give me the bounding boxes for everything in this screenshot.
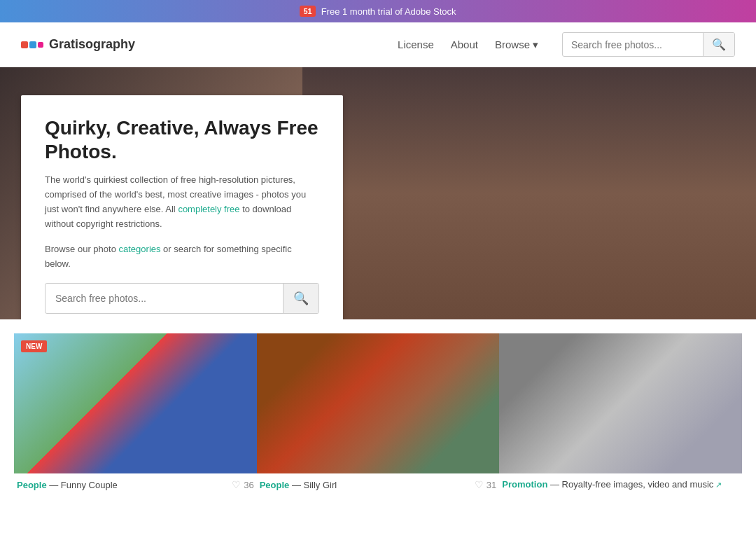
hero-search-button[interactable]: 🔍 [283, 284, 318, 313]
photo-caption-1: People — Funny Couple ♡ 36 [14, 473, 257, 493]
photo-category-1[interactable]: People [17, 480, 47, 490]
nav-about[interactable]: About [451, 39, 478, 50]
logo-square-pink [38, 42, 43, 48]
header-search-button[interactable]: 🔍 [703, 33, 734, 56]
nav-browse[interactable]: Browse ▾ [495, 39, 538, 51]
header: Gratisography License About Browse ▾ 🔍 [0, 22, 756, 67]
heart-icon-1: ♡ [232, 479, 241, 490]
logo[interactable]: Gratisography [21, 37, 135, 53]
photo-caption-3: Promotion — Royalty-free images, video a… [499, 473, 742, 492]
hero-search-input[interactable] [46, 286, 283, 311]
header-search-box: 🔍 [562, 32, 735, 57]
photo-thumb-3 [499, 333, 742, 473]
hero-search-box: 🔍 [45, 283, 319, 314]
photo-thumb-2 [257, 333, 500, 473]
photo-likes-1: ♡ 36 [232, 479, 253, 490]
hero-section: Quirky, Creative, Always Free Photos. Th… [0, 67, 756, 319]
photo-caption-text-3: Promotion — Royalty-free images, video a… [502, 479, 722, 490]
banner-badge: 51 [300, 6, 315, 17]
completely-free-link[interactable]: completely free [178, 204, 239, 214]
hero-description-1: The world's quirkiest collection of free… [45, 173, 319, 231]
photo-item-1[interactable]: NEW People — Funny Couple ♡ 36 [14, 333, 257, 493]
photo-item-3[interactable]: Promotion — Royalty-free images, video a… [499, 333, 742, 493]
external-icon: ↗ [715, 480, 722, 489]
photo-thumb-1 [14, 333, 257, 473]
chevron-down-icon: ▾ [533, 39, 538, 51]
categories-link[interactable]: categories [119, 244, 161, 254]
logo-text: Gratisography [49, 37, 135, 52]
search-icon: 🔍 [712, 39, 726, 50]
header-search-input[interactable] [563, 34, 703, 55]
main-nav: License About Browse ▾ 🔍 [398, 32, 735, 57]
photo-caption-2: People — Silly Girl ♡ 31 [257, 473, 500, 493]
logo-square-blue [29, 41, 36, 48]
photo-likes-2: ♡ 31 [475, 479, 496, 490]
photo-category-3[interactable]: Promotion [502, 479, 547, 490]
logo-square-red [21, 41, 28, 48]
hero-description-2: Browse our photo categories or search fo… [45, 242, 319, 272]
photo-category-2[interactable]: People [260, 480, 290, 490]
search-icon: 🔍 [293, 291, 309, 305]
top-banner: 51 Free 1 month trial of Adobe Stock [0, 0, 756, 22]
logo-icon [21, 37, 43, 53]
nav-license[interactable]: License [398, 39, 434, 50]
photo-item-2[interactable]: People — Silly Girl ♡ 31 [257, 333, 500, 493]
photo-caption-text-1: People — Funny Couple [17, 480, 118, 490]
hero-title: Quirky, Creative, Always Free Photos. [45, 116, 319, 163]
hero-card: Quirky, Creative, Always Free Photos. Th… [21, 95, 343, 319]
photo-grid: NEW People — Funny Couple ♡ 36 People — … [0, 319, 756, 493]
photo-caption-text-2: People — Silly Girl [260, 480, 337, 490]
heart-icon-2: ♡ [475, 479, 484, 490]
new-badge-1: NEW [21, 340, 47, 352]
banner-text: Free 1 month trial of Adobe Stock [321, 6, 456, 17]
hero-image [302, 67, 756, 319]
